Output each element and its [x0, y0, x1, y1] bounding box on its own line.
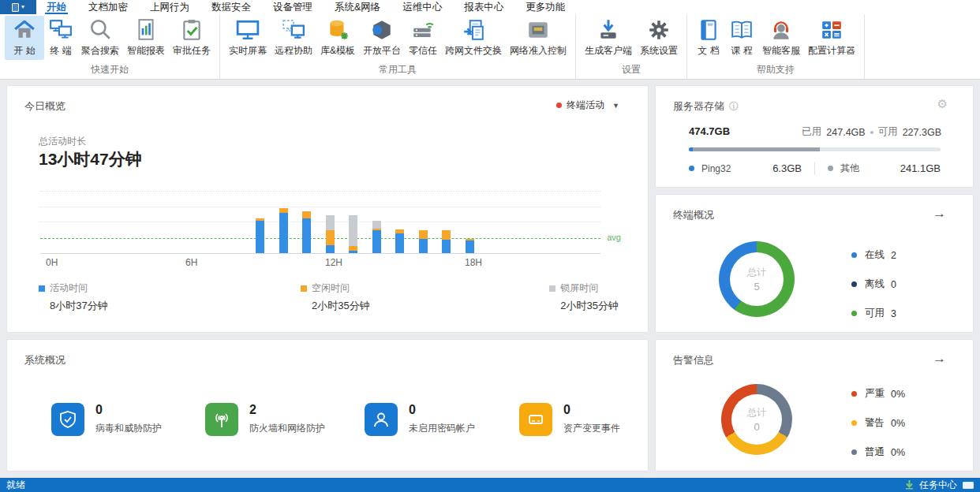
menu-item-1[interactable]: 文档加密 — [87, 0, 129, 14]
total-activity-label: 总活动时长 — [39, 135, 86, 148]
chart-bar-13h — [349, 215, 357, 253]
ribbon-group-label: 设置 — [578, 62, 685, 79]
menu-item-8[interactable]: 更多功能 — [524, 0, 567, 14]
app-menu-button[interactable]: ▾ — [0, 0, 36, 14]
search-icon — [88, 17, 113, 43]
alert-info-title: 告警信息 — [673, 353, 714, 367]
storage-free-label: 可用 — [878, 125, 898, 139]
storage-settings-gear-icon[interactable]: ⚙ — [937, 97, 948, 111]
ribbon-button-label: 开 始 — [13, 44, 35, 58]
ribbon-button-terminal[interactable]: 终 端 — [44, 16, 77, 60]
server-storage-title-text: 服务器存储 — [673, 100, 724, 112]
storage-bar-segment-free — [820, 147, 941, 151]
chart-bar-18h — [466, 239, 474, 253]
ribbon-button-label: 跨网文件交换 — [445, 44, 502, 58]
legend-dot-icon — [828, 166, 833, 171]
ribbon-button-client-download[interactable]: 生成客户端 — [581, 16, 636, 60]
menu-item-5[interactable]: 系统&网络 — [333, 0, 382, 14]
stat-value: 0 — [95, 403, 162, 417]
system-overview-card: 系统概况 0病毒和威胁防护2防火墙和网络防护0未启用密码帐户0资产变更事件 — [6, 339, 649, 472]
ribbon-button-label: 系统设置 — [640, 44, 678, 58]
shield-check-icon — [51, 403, 84, 436]
storage-breakdown: Ping326.3GB其他241.1GB — [689, 162, 941, 175]
chart-avg-line: avg — [40, 238, 600, 239]
gear-icon — [646, 17, 671, 43]
chart-bar-17h — [442, 230, 451, 253]
menu-item-6[interactable]: 运维中心 — [401, 0, 443, 14]
statusbar: 就绪 任务中心 — [0, 478, 980, 492]
legend-value: 0 — [891, 279, 896, 290]
stat-value: 0 — [563, 403, 620, 417]
storage-item-0: Ping326.3GB — [689, 162, 802, 174]
network-access-icon — [526, 17, 551, 43]
menu-item-0[interactable]: 开始 — [45, 0, 68, 14]
ribbon-button-home[interactable]: 开 始 — [5, 16, 44, 60]
legend-label: 在线 — [865, 248, 885, 262]
chevron-down-icon: ▾ — [21, 4, 24, 10]
ribbon-button-calculator[interactable]: 配置计算器 — [804, 16, 859, 60]
chart-gridline — [40, 191, 600, 192]
arrow-right-icon[interactable]: → — [933, 351, 946, 367]
legend-dot-icon — [851, 252, 857, 258]
chart-bar-segment — [349, 251, 357, 253]
alert-total-value: 0 — [754, 421, 759, 433]
terminal-icon — [48, 17, 73, 43]
alert-total-label: 总计 — [747, 406, 766, 419]
ribbon-button-course[interactable]: 课 程 — [725, 16, 758, 60]
ribbon-button-approve[interactable]: 审批任务 — [169, 16, 215, 60]
legend-square-icon — [549, 285, 555, 292]
service-icon — [769, 17, 794, 43]
ribbon-button-service[interactable]: 智能客服 — [758, 16, 804, 60]
activity-legend-item-0: 活动时间8小时37分钟 — [39, 281, 108, 313]
chart-bar-segment — [302, 211, 311, 218]
chart-x-tick: 18H — [465, 257, 482, 268]
storage-item-label: 其他 — [840, 162, 859, 175]
ribbon-button-library[interactable]: 库&模板 — [316, 16, 359, 60]
ribbon-button-label: 智能客服 — [762, 44, 800, 58]
chart-bar-segment — [442, 230, 451, 240]
system-stat-2: 0未启用密码帐户 — [365, 403, 475, 436]
menu-items: 开始文档加密上网行为数据安全设备管理系统&网络运维中心报表中心更多功能 — [45, 0, 567, 14]
legend-value: 0% — [891, 418, 905, 429]
menu-item-2[interactable]: 上网行为 — [148, 0, 191, 14]
chart-bar-segment — [256, 221, 264, 254]
legend-square-icon — [39, 285, 45, 292]
ribbon-button-search[interactable]: 聚合搜索 — [77, 16, 123, 60]
home-icon — [12, 17, 37, 43]
ribbon-button-zerotrust[interactable]: 零信任 — [405, 16, 441, 60]
arrow-right-icon[interactable]: → — [933, 206, 946, 222]
ribbon-button-remote[interactable]: 远程协助 — [271, 16, 316, 60]
storage-used-label: 已用 — [802, 125, 821, 139]
menu-item-7[interactable]: 报表中心 — [462, 0, 505, 14]
terminal-donut-center: 总计 5 — [730, 252, 784, 306]
info-icon[interactable]: ⓘ — [729, 101, 739, 112]
stat-label: 资产变更事件 — [563, 422, 620, 435]
task-center-button[interactable]: 任务中心 — [905, 479, 974, 492]
ribbon-group-3: 文 档课 程智能客服配置计算器帮助支持 — [687, 14, 865, 79]
ribbon-button-report[interactable]: 智能报表 — [123, 16, 169, 60]
menu-item-3[interactable]: 数据安全 — [210, 0, 252, 14]
chart-bar-10h — [279, 208, 288, 253]
activity-type-dropdown[interactable]: 终端活动 ▼ — [556, 99, 619, 112]
system-stat-3: 0资产变更事件 — [519, 403, 620, 436]
terminal-status-legend: 在线2离线0可用3 — [851, 248, 896, 320]
chevron-down-icon: ▼ — [612, 102, 619, 110]
legend-dot-icon — [851, 391, 857, 397]
ribbon-button-platform[interactable]: 开放平台 — [359, 16, 405, 60]
chart-bar-segment — [395, 233, 404, 253]
ribbon-button-screen[interactable]: 实时屏幕 — [225, 16, 271, 60]
client-monitor-icon[interactable] — [963, 482, 974, 489]
ribbon-group-label: 帮助支持 — [689, 62, 862, 79]
ribbon-button-gear[interactable]: 系统设置 — [636, 16, 682, 60]
screen-icon — [235, 17, 260, 43]
legend-label: 警告 — [865, 416, 885, 430]
ribbon-button-label: 智能报表 — [127, 44, 165, 58]
ribbon-group-2: 生成客户端系统设置设置 — [576, 14, 687, 79]
ribbon-button-file-exchange[interactable]: 跨网文件交换 — [441, 16, 506, 60]
menu-item-4[interactable]: 设备管理 — [271, 0, 314, 14]
ribbon-button-network-access[interactable]: 网络准入控制 — [506, 16, 570, 60]
legend-label: 锁屏时间 — [560, 281, 598, 295]
stat-value: 2 — [249, 403, 325, 417]
ribbon-button-doc[interactable]: 文 档 — [692, 16, 725, 60]
ribbon-button-label: 审批任务 — [173, 44, 211, 58]
